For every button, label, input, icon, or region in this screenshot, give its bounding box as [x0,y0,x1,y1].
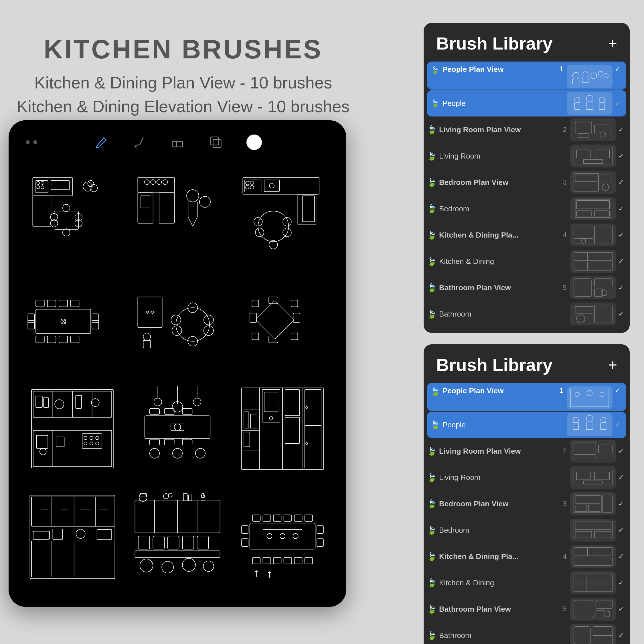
svg-rect-255 [570,389,609,407]
svg-rect-137 [244,432,250,447]
svg-rect-281 [594,531,611,538]
dot-1 [26,140,30,144]
brush-item-kitchen-1[interactable]: 🍃 Kitchen & Dining ✓ [424,248,630,274]
svg-point-186 [140,559,153,572]
svg-point-73 [204,315,214,325]
brush-item-livingroom-plan-1[interactable]: 🍃 Living Room Plan View 2 ✓ [424,116,630,143]
svg-point-257 [587,390,592,396]
eraser-tool[interactable] [170,135,185,150]
svg-point-293 [604,611,610,617]
drawing-7 [26,381,119,477]
svg-rect-42 [302,196,315,222]
svg-point-215 [604,74,608,78]
svg-point-264 [600,417,606,423]
brush-item-bathroom-plan-1[interactable]: 🍃 Bathroom Plan View 5 ✓ [424,274,630,301]
svg-point-218 [586,95,593,102]
svg-rect-191 [252,515,260,521]
svg-rect-139 [264,392,278,412]
brush-item-bed-plan-2[interactable]: 🍃 Bedroom Plan View 3 ✓ [424,491,630,517]
svg-point-214 [598,71,603,76]
layers-tool[interactable] [208,135,224,150]
brush-preview-1 [567,65,613,88]
brush-content-beds-1: Bedroom [439,204,567,213]
svg-rect-141 [285,389,299,415]
svg-point-189 [203,561,214,571]
brush-item-kd-plan-2[interactable]: 🍃 Kitchen & Dining Pla... 4 ✓ [424,543,630,570]
svg-point-48 [283,217,291,226]
brush-library-1-title: Brush Library [436,33,553,54]
brush-item-bedroom-2[interactable]: 🍃 Bedroom ✓ [424,517,630,543]
brush-icon-bed2: 🍃 [426,499,437,509]
color-circle[interactable] [246,135,262,150]
svg-rect-200 [284,557,291,564]
brush-content-bed2: Bedroom Plan View [439,499,561,508]
svg-point-220 [599,97,605,102]
brush-icon-baths2: 🍃 [426,630,437,641]
brush-icon-bath2: 🍃 [426,604,437,614]
svg-point-67 [146,311,149,313]
tablet-toolbar [9,135,346,150]
brush-item-people-plan-1[interactable]: 🍃 People Plan View 1 ✓ [427,62,626,90]
brush-check-lrs-1: ✓ [618,152,624,160]
brush-item-bedroom-plan-1[interactable]: 🍃 Bedroom Plan View 3 ✓ [424,169,630,195]
svg-rect-30 [141,196,150,208]
svg-rect-235 [576,201,609,209]
brush-icon-beds-1: 🍃 [426,204,437,214]
brush-item-kitchen-2[interactable]: 🍃 Kitchen & Dining ✓ [424,570,630,596]
svg-point-208 [267,533,272,538]
svg-rect-160 [33,531,50,539]
svg-rect-192 [263,515,270,521]
svg-rect-55 [48,336,56,343]
brush-item-bathroom-sub-1[interactable]: 🍃 Bathroom ✓ [424,301,630,327]
brush-item-people-2[interactable]: 🍃 People ✓ [427,412,626,438]
svg-rect-54 [36,336,44,343]
svg-rect-294 [574,627,590,644]
brush-item-bath-plan-2[interactable]: 🍃 Bathroom Plan View 5 ✓ [424,596,630,622]
add-brush-button-2[interactable]: + [609,357,617,372]
brush-item-livingroom-1[interactable]: 🍃 Living Room ✓ [424,143,630,169]
brush-name-baths2: Bathroom [439,631,567,640]
svg-rect-291 [596,600,613,609]
pencil-tool[interactable] [93,135,108,150]
svg-rect-206 [317,539,323,546]
svg-rect-193 [273,515,281,521]
svg-point-162 [76,529,85,538]
svg-point-31 [187,189,199,202]
svg-rect-204 [317,526,323,533]
brush-content-lr2: Living Room Plan View [439,447,561,456]
brush-name-bath2: Bathroom Plan View [439,605,561,614]
svg-point-175 [168,493,172,497]
svg-point-18 [63,204,70,212]
svg-point-147 [306,442,308,445]
svg-rect-202 [305,557,312,564]
brush-number-pp2: 1 [560,386,563,394]
brush-check-kd2: ✓ [618,552,624,560]
brush-item-people-1[interactable]: 🍃 People ✓ [427,90,626,116]
brush-number-bath2: 5 [563,605,567,613]
brush-tool[interactable] [131,135,147,150]
brush-icon-1: 🍃 [430,65,440,75]
brush-item-lr-plan-2[interactable]: 🍃 Living Room Plan View 2 ✓ [424,438,630,464]
svg-point-224 [600,132,605,137]
brush-preview-lr2 [570,440,616,463]
svg-point-108 [90,442,93,445]
svg-rect-57 [71,336,79,343]
svg-rect-267 [598,445,612,453]
brush-preview-pp2 [567,386,613,409]
svg-point-251 [601,290,607,296]
brush-check-bed-1: ✓ [618,178,624,186]
svg-point-36 [246,181,249,185]
brush-item-lr-2[interactable]: 🍃 Living Room ✓ [424,464,630,491]
brush-number-lr-1: 2 [563,126,567,134]
svg-point-210 [293,533,298,538]
brush-item-bathroom-2[interactable]: 🍃 Bathroom ✓ [424,622,630,644]
svg-point-43 [258,211,289,242]
brush-check-beds-1: ✓ [618,205,624,213]
add-brush-button-1[interactable]: + [609,36,617,51]
subtitle-1: Kitchen & Dining Plan View - 10 brushes [34,73,332,92]
svg-rect-78 [255,300,294,339]
brush-item-people-plan-2[interactable]: 🍃 People Plan View 1 ✓ [427,383,626,411]
brush-item-bedroom-1[interactable]: 🍃 Bedroom ✓ [424,195,630,222]
svg-rect-268 [574,456,596,460]
brush-item-kitchen-plan-1[interactable]: 🍃 Kitchen & Dining Pla... 4 ✓ [424,222,630,248]
